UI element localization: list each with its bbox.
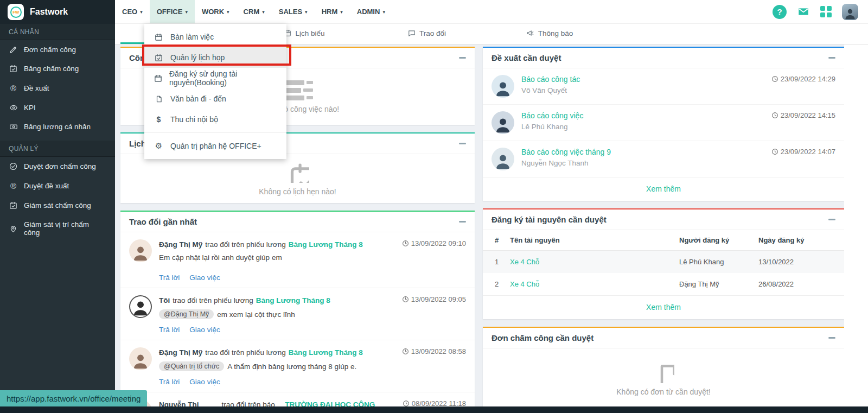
- collapse-icon[interactable]: [828, 337, 835, 339]
- calendar-check-icon: [9, 65, 18, 73]
- see-more-link[interactable]: Xem thêm: [646, 303, 681, 312]
- proposal-item: Báo cáo công tác Võ Văn Quyết 23/09/2022…: [483, 68, 844, 105]
- nav-right-icons: ?: [773, 0, 868, 23]
- sidebar-item-duyet-don-cham-cong[interactable]: Duyệt đơn chấm công: [0, 157, 115, 176]
- collapse-icon[interactable]: [828, 57, 835, 59]
- panel-title: Đề xuất cần duyệt: [492, 53, 561, 62]
- nav-item-hrm[interactable]: HRM▾: [315, 0, 350, 23]
- clock-icon: [402, 296, 409, 303]
- nav-item-ceo[interactable]: CEO▾: [115, 0, 150, 23]
- sidebar-item-bang-cham-cong[interactable]: Bảng chấm công: [0, 59, 115, 78]
- mail-icon[interactable]: [797, 6, 810, 17]
- sidebar-item-don-cham-cong[interactable]: Đơn chấm công: [0, 40, 115, 59]
- nav-item-admin[interactable]: ADMIN▾: [350, 0, 392, 23]
- clock-icon: [771, 75, 778, 82]
- dollar-icon: $: [154, 115, 163, 124]
- proposal-link[interactable]: Báo cáo công việc tháng 9: [521, 148, 611, 156]
- calendar-icon: [154, 33, 163, 41]
- panel-title: Đăng ký tài nguyên cần duyệt: [492, 215, 607, 224]
- avatar: [492, 148, 514, 170]
- nav-item-crm[interactable]: CRM▾: [237, 0, 272, 23]
- panel-resources: Đăng ký tài nguyên cần duyệt # Tên tài n…: [483, 208, 844, 319]
- chevron-down-icon: ▾: [305, 9, 308, 15]
- user-avatar[interactable]: [842, 4, 858, 20]
- brand-logo[interactable]: FW Fastwork: [0, 0, 115, 24]
- sidebar-item-giam-sat-cham-cong[interactable]: Giám sát chấm công: [0, 196, 115, 215]
- reply-link[interactable]: Trả lời: [159, 274, 180, 282]
- tab-thong-bao[interactable]: Thông báo: [488, 24, 611, 44]
- target-link[interactable]: Bảng Lương Tháng 8: [256, 296, 330, 304]
- nav-item-office[interactable]: OFFICE▾: [150, 0, 195, 23]
- resource-link[interactable]: Xe 4 Chỗ: [510, 280, 539, 288]
- sidebar-item-bang-luong[interactable]: Bảng lương cá nhân: [0, 117, 115, 136]
- target-link[interactable]: Bảng Lương Tháng 8: [289, 348, 363, 357]
- avatar: [129, 295, 152, 318]
- column-header: Ngày đăng ký: [754, 230, 844, 251]
- discussion-item: Đặng Thị Mỹ trao đổi trên phiếu lương Bả…: [120, 340, 475, 392]
- pen-icon: [9, 46, 18, 54]
- menu-item-van-ban-di-den[interactable]: Văn bản đi - đến: [144, 88, 286, 109]
- sidebar-item-giam-sat-vi-tri[interactable]: Giám sát vị trí chấm công: [0, 215, 115, 242]
- avatar: [129, 239, 152, 262]
- map-pin-icon: [9, 225, 18, 233]
- proposal-link[interactable]: Báo cáo công việc: [521, 111, 583, 120]
- reply-link[interactable]: Trả lời: [159, 326, 180, 334]
- apps-grid-icon[interactable]: [820, 6, 832, 17]
- scrollbar-track[interactable]: [844, 24, 868, 406]
- check-circle-icon: [9, 162, 18, 170]
- assign-link[interactable]: Giao việc: [189, 378, 220, 386]
- registered-icon: ®: [9, 181, 18, 190]
- nav-item-sales[interactable]: SALES▾: [272, 0, 315, 23]
- mention-tag: @Quản trị tổ chức: [159, 361, 224, 371]
- collapse-icon[interactable]: [459, 57, 466, 59]
- sidebar-item-de-xuat[interactable]: ® Đề xuất: [0, 78, 115, 98]
- timesheet-empty-state: Không có đơn từ cần duyệt!: [483, 348, 844, 408]
- assign-link[interactable]: Giao việc: [189, 274, 220, 282]
- panel-discussions: Trao đổi gần nhất Đặng Thị Mỹ trao đổi t…: [120, 211, 475, 413]
- reply-link[interactable]: Trả lời: [159, 378, 180, 386]
- panel-timesheet: Đơn chấm công cần duyệt Không có đơn từ …: [483, 327, 844, 408]
- table-row: 2 Xe 4 Chỗ Đặng Thị Mỹ 26/08/2022: [483, 273, 844, 295]
- chevron-down-icon: ▾: [340, 9, 343, 15]
- collapse-icon[interactable]: [459, 221, 466, 223]
- sidebar-item-kpi[interactable]: KPI: [0, 98, 115, 117]
- chat-icon: [408, 29, 416, 37]
- panel-title: Đơn chấm công cần duyệt: [492, 333, 593, 342]
- discussion-item: Tôi trao đổi trên phiếu lương Bảng Lương…: [120, 288, 475, 340]
- see-more-link[interactable]: Xem thêm: [646, 185, 681, 193]
- menu-divider: [144, 132, 286, 133]
- table-row: 1 Xe 4 Chỗ Lê Phú Khang 13/10/2022: [483, 251, 844, 274]
- chevron-down-icon: ▾: [185, 9, 188, 15]
- proposal-item: Báo cáo công việc tháng 9 Nguyễn Ngọc Th…: [483, 141, 844, 177]
- menu-item-dang-ky-tai-nguyen[interactable]: Đăng ký sử dụng tài nguyên(Booking): [144, 68, 286, 88]
- target-link[interactable]: Bảng Lương Tháng 8: [289, 240, 363, 249]
- column-header: Tên tài nguyên: [506, 230, 675, 251]
- proposal-link[interactable]: Báo cáo công tác: [521, 75, 580, 84]
- fastwork-logo-icon: FW: [8, 4, 24, 20]
- panel-title: Trao đổi gần nhất: [129, 217, 197, 226]
- nav-item-work[interactable]: WORK▾: [195, 0, 237, 23]
- chevron-down-icon: ▾: [140, 9, 143, 15]
- column-header: #: [483, 230, 506, 251]
- menu-item-thu-chi-noi-bo[interactable]: $ Thu chi nội bộ: [144, 109, 286, 130]
- assign-link[interactable]: Giao việc: [189, 326, 220, 334]
- proposal-item: Báo cáo công việc Lê Phú Khang 23/09/202…: [483, 105, 844, 141]
- gear-icon: ⚙: [154, 141, 163, 151]
- menu-item-ban-lam-viec[interactable]: Bàn làm việc: [144, 27, 286, 47]
- menu-item-quan-ly-lich-hop[interactable]: Quản lý lịch họp: [144, 47, 286, 68]
- menu-item-quan-tri-phan-he[interactable]: ⚙ Quản trị phân hệ OFFICE+: [144, 136, 286, 156]
- collapse-icon[interactable]: [828, 219, 835, 220]
- sidebar-item-duyet-de-xuat[interactable]: ® Duyệt đề xuất: [0, 176, 115, 196]
- office-dropdown-menu: Bàn làm việc Quản lý lịch họp Đăng ký sử…: [144, 24, 286, 159]
- help-icon[interactable]: ?: [773, 5, 787, 19]
- collapse-icon[interactable]: [459, 143, 466, 144]
- tab-trao-doi[interactable]: Trao đổi: [366, 24, 488, 44]
- mention-tag: @Đặng Thị Mỹ: [159, 309, 214, 319]
- file-icon: [653, 360, 674, 383]
- avatar: [492, 111, 514, 134]
- chevron-down-icon: ▾: [262, 9, 265, 15]
- resources-table: # Tên tài nguyên Người đăng ký Ngày đăng…: [483, 230, 844, 295]
- discussion-item: Đặng Thị Mỹ trao đổi trên phiếu lương Bả…: [120, 232, 475, 288]
- resource-link[interactable]: Xe 4 Chỗ: [510, 258, 539, 266]
- calendar-icon: [154, 74, 162, 82]
